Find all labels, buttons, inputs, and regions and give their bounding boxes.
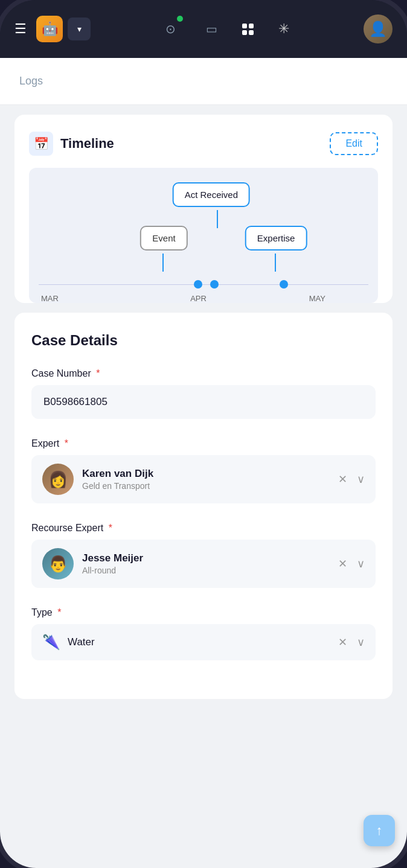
avatar[interactable]: 👤 (364, 14, 393, 43)
sun-icon[interactable]: ✳ (273, 18, 295, 40)
expert-actions[interactable]: ✕ ∨ (338, 473, 365, 486)
dot-apr1 (194, 280, 202, 289)
axis-label-may: MAY (309, 294, 325, 303)
logs-card: Logs (0, 58, 407, 105)
clear-recourse-icon[interactable]: ✕ (338, 557, 347, 570)
type-info: 🌂 Water (42, 634, 95, 651)
expand-expert-icon[interactable]: ∨ (357, 473, 365, 486)
case-details-title: Case Details (31, 332, 376, 349)
line-act (217, 210, 218, 228)
axis-label-apr: APR (190, 294, 207, 303)
type-selector[interactable]: 🌂 Water ✕ ∨ (31, 624, 376, 660)
water-icon: 🌂 (42, 634, 60, 651)
top-bar: ☰ 🤖 ▾ ⊙ ▭ (0, 0, 407, 58)
type-label: Type * (31, 607, 376, 618)
case-number-input[interactable] (31, 385, 376, 419)
expand-recourse-icon[interactable]: ∨ (357, 557, 365, 570)
node-event: Event (140, 226, 187, 251)
expert-selector[interactable]: 👩 Karen van Dijk Geld en Transport ✕ ∨ (31, 455, 376, 503)
expand-type-icon[interactable]: ∨ (357, 636, 365, 649)
axis-label-mar: MAR (41, 294, 59, 303)
required-star-type: * (57, 607, 61, 617)
dropdown-button[interactable]: ▾ (68, 18, 91, 40)
recourse-expert-group: Recourse Expert * 👨 Jesse Meijer All-rou… (31, 523, 376, 588)
expert-details: Karen van Dijk Geld en Transport (82, 468, 153, 491)
clear-type-icon[interactable]: ✕ (338, 636, 347, 649)
case-number-label: Case Number * (31, 368, 376, 379)
status-dot (177, 16, 183, 22)
timeline-title: Timeline (60, 136, 114, 152)
calendar-icon: 📅 (29, 132, 53, 156)
recourse-expert-subtitle: All-round (82, 566, 143, 575)
case-details-card: Case Details Case Number * Expert * (14, 313, 393, 699)
node-act-received: Act Received (173, 182, 250, 207)
timeline-nodes: Act Received Event (39, 182, 368, 303)
timeline-diagram: Act Received Event (29, 168, 378, 303)
scroll-top-button[interactable]: ↑ (364, 815, 395, 846)
chevron-down-icon: ▾ (77, 24, 82, 34)
dot-apr2 (210, 280, 219, 289)
expertise-box: Expertise (245, 226, 307, 251)
recourse-expert-name: Jesse Meijer (82, 552, 143, 564)
edit-button[interactable]: Edit (330, 132, 378, 155)
required-star-recourse: * (109, 523, 112, 533)
grid-icon[interactable] (242, 24, 254, 35)
type-group: Type * 🌂 Water ✕ ∨ (31, 607, 376, 660)
expert-group: Expert * 👩 Karen van Dijk Geld en Transp… (31, 438, 376, 503)
recourse-expert-avatar: 👨 (42, 548, 74, 579)
required-star-expert: * (65, 438, 68, 448)
recourse-expert-label: Recourse Expert * (31, 523, 376, 534)
type-actions[interactable]: ✕ ∨ (338, 636, 365, 649)
dot-may (280, 280, 288, 289)
timeline-card: 📅 Timeline Edit Act Received (14, 115, 393, 303)
expert-subtitle: Geld en Transport (82, 481, 153, 491)
event-box: Event (140, 226, 187, 251)
chat-icon[interactable]: ▭ (201, 18, 223, 40)
timeline-axis: MAR APR MAY 2022 (39, 267, 368, 303)
scroll-top-icon: ↑ (376, 823, 383, 838)
type-value: Water (68, 636, 95, 648)
node-expertise: Expertise (245, 226, 307, 251)
expert-name: Karen van Dijk (82, 468, 153, 480)
recourse-expert-actions[interactable]: ✕ ∨ (338, 557, 365, 570)
hamburger-icon[interactable]: ☰ (14, 21, 27, 37)
case-number-group: Case Number * (31, 368, 376, 419)
expert-label: Expert * (31, 438, 376, 449)
recourse-expert-selector[interactable]: 👨 Jesse Meijer All-round ✕ ∨ (31, 540, 376, 588)
act-received-box: Act Received (173, 182, 250, 207)
recourse-expert-info: 👨 Jesse Meijer All-round (42, 548, 143, 579)
required-star-case: * (96, 368, 100, 378)
camera-icon-wrap: ⊙ (160, 18, 182, 40)
expert-avatar: 👩 (42, 464, 74, 495)
recourse-expert-details: Jesse Meijer All-round (82, 552, 143, 575)
main-content: Logs 📅 Timeline Edit Act (0, 58, 407, 868)
logs-label: Logs (19, 75, 43, 87)
expert-info: 👩 Karen van Dijk Geld en Transport (42, 464, 153, 495)
clear-expert-icon[interactable]: ✕ (338, 473, 347, 486)
timeline-header: 📅 Timeline Edit (29, 132, 378, 156)
app-icon: 🤖 (36, 16, 63, 42)
